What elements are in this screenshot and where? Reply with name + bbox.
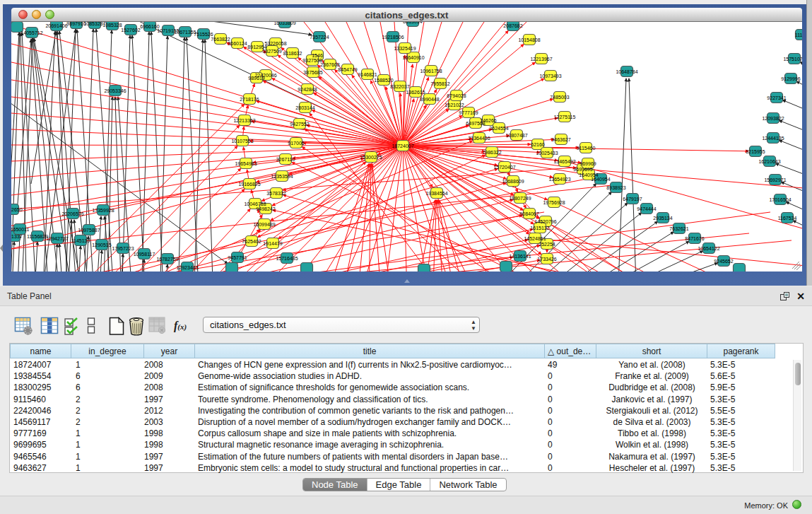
svg-text:6479197: 6479197 (623, 197, 642, 201)
svg-text:9474444: 9474444 (637, 206, 656, 211)
svg-text:10046788: 10046788 (244, 201, 266, 206)
svg-text:16033809: 16033809 (273, 22, 295, 25)
svg-text:13654923: 13654923 (548, 177, 570, 182)
svg-text:391337: 391337 (11, 234, 23, 239)
svg-text:1145139: 1145139 (71, 238, 90, 243)
svg-text:14136141: 14136141 (509, 254, 531, 259)
svg-text:1085328: 1085328 (102, 23, 122, 28)
svg-text:3327509: 3327509 (262, 49, 281, 54)
svg-text:9327508: 9327508 (302, 58, 322, 63)
svg-text:21364436: 21364436 (468, 136, 490, 141)
svg-text:1527602: 1527602 (121, 28, 140, 33)
svg-text:9245652: 9245652 (714, 259, 733, 264)
svg-text:989619: 989619 (248, 76, 264, 81)
svg-text:12093822: 12093822 (762, 116, 784, 121)
svg-text:3624554: 3624554 (489, 126, 508, 131)
svg-text:1588520: 1588520 (374, 78, 393, 83)
svg-text:2602650: 2602650 (11, 207, 23, 212)
svg-text:7632621: 7632621 (669, 226, 688, 231)
svg-text:8322037: 8322037 (390, 84, 409, 89)
svg-text:9660124: 9660124 (228, 41, 247, 46)
svg-text:917006: 917006 (288, 141, 304, 146)
svg-text:12213363: 12213363 (233, 118, 255, 123)
svg-text:1914479: 1914479 (263, 241, 282, 246)
svg-text:18724007: 18724007 (392, 144, 413, 148)
svg-text:25300275: 25300275 (360, 155, 382, 160)
svg-text:7357224: 7357224 (310, 35, 329, 40)
svg-text:10648784: 10648784 (616, 69, 637, 74)
svg-text:1640954: 1640954 (591, 177, 610, 182)
svg-text:12444135: 12444135 (762, 136, 784, 141)
svg-text:9777169: 9777169 (459, 110, 478, 115)
svg-text:1733426: 1733426 (537, 257, 556, 262)
svg-text:19166825: 19166825 (238, 182, 260, 187)
svg-text:9498242: 9498242 (256, 206, 275, 211)
svg-text:9129996: 9129996 (781, 76, 800, 81)
svg-text:9457791: 9457791 (228, 255, 247, 260)
svg-text:17016504: 17016504 (769, 197, 791, 202)
svg-text:10154808: 10154808 (518, 37, 540, 42)
svg-text:1650011: 1650011 (11, 227, 29, 232)
svg-text:10654122: 10654122 (698, 246, 719, 251)
svg-text:746266: 746266 (480, 118, 496, 123)
svg-text:13325419: 13325419 (394, 46, 416, 51)
svg-text:1621022: 1621022 (445, 103, 464, 107)
svg-text:9084067: 9084067 (519, 211, 539, 216)
svg-text:12923443: 12923443 (176, 265, 198, 270)
svg-text:10807487: 10807487 (505, 133, 527, 138)
svg-text:12213967: 12213967 (530, 57, 552, 62)
svg-text:9146821: 9146821 (358, 72, 377, 77)
svg-text:13465492: 13465492 (553, 159, 575, 164)
svg-text:252254: 252254 (539, 242, 555, 247)
svg-text:12275115: 12275115 (554, 115, 576, 119)
svg-text:9115460: 9115460 (577, 146, 596, 151)
svg-text:14520796: 14520796 (534, 219, 556, 224)
svg-text:62160: 62160 (531, 142, 545, 147)
svg-text:10975887: 10975887 (78, 228, 100, 233)
svg-text:10958117: 10958117 (134, 252, 155, 257)
svg-text:11174: 11174 (795, 33, 802, 37)
svg-text:10025433: 10025433 (536, 151, 558, 156)
svg-text:18807249: 18807249 (509, 196, 531, 201)
svg-text:969969: 969969 (579, 161, 596, 166)
svg-text:7625402: 7625402 (242, 239, 261, 244)
svg-text:2367608: 2367608 (320, 62, 339, 67)
svg-text:9427552: 9427552 (290, 122, 309, 127)
svg-text:53226058: 53226058 (264, 41, 286, 46)
svg-text:7986322: 7986322 (482, 150, 501, 155)
svg-text:9463627: 9463627 (551, 137, 570, 142)
svg-text:9699695: 9699695 (573, 167, 592, 172)
svg-text:1640954: 1640954 (579, 173, 598, 177)
svg-text:15716485: 15716485 (276, 256, 298, 261)
svg-text:14055712: 14055712 (20, 30, 42, 35)
svg-text:8471676: 8471676 (685, 236, 704, 241)
svg-text:8454749: 8454749 (338, 67, 357, 72)
svg-text:7515526: 7515526 (194, 32, 213, 37)
svg-text:1615132: 1615132 (530, 226, 549, 230)
svg-text:17359928: 17359928 (92, 208, 114, 213)
svg-text:3267110: 3267110 (276, 157, 295, 162)
svg-text:14524861: 14524861 (524, 236, 546, 241)
svg-text:1290515: 1290515 (92, 243, 111, 247)
svg-text:29053346: 29053346 (104, 88, 126, 93)
svg-text:10961758: 10961758 (420, 69, 442, 74)
svg-text:19756928: 19756928 (543, 200, 565, 205)
svg-text:15751074: 15751074 (783, 57, 802, 62)
svg-text:6794028: 6794028 (447, 93, 466, 98)
svg-text:12942737: 12942737 (46, 236, 68, 241)
svg-text:8938923: 8938923 (606, 185, 625, 190)
svg-text:16782759: 16782759 (156, 257, 178, 262)
svg-text:15720407: 15720407 (493, 165, 515, 170)
svg-text:2935134: 2935134 (653, 216, 672, 221)
svg-text:16640910: 16640910 (402, 55, 424, 60)
svg-text:1546: 1546 (312, 53, 323, 58)
svg-text:1167534: 1167534 (778, 216, 797, 221)
svg-text:19654983: 19654983 (235, 161, 257, 166)
svg-text:15692971: 15692971 (764, 177, 786, 182)
svg-text:9242848: 9242848 (298, 87, 317, 92)
svg-text:2803144: 2803144 (295, 105, 314, 110)
svg-text:2087682: 2087682 (503, 23, 522, 28)
svg-text:20691406: 20691406 (45, 23, 67, 28)
svg-text:16099489: 16099489 (253, 222, 275, 227)
svg-text:10671355: 10671355 (174, 30, 196, 35)
